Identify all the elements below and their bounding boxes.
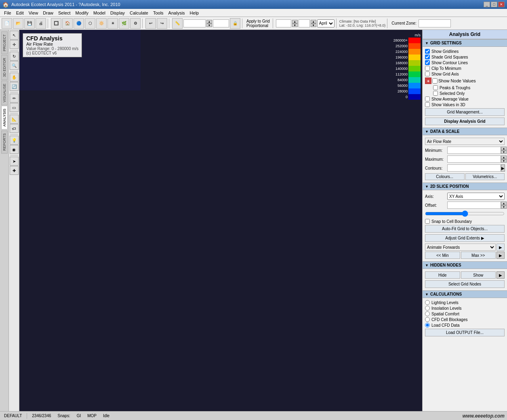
checkbox-node-values[interactable] <box>432 78 438 84</box>
toolbar-btn-6[interactable]: 🏠 <box>62 18 73 29</box>
volumetrics-button[interactable]: Volumetrics... <box>465 173 505 180</box>
menu-analysis[interactable]: Analysis <box>166 10 187 16</box>
checkbox-values-3d[interactable] <box>425 102 430 107</box>
grid-mgmt-button[interactable]: Grid Management... <box>425 108 505 116</box>
close-button[interactable]: ✕ <box>498 2 505 7</box>
min-spin-up[interactable]: ▲ <box>501 147 507 150</box>
menu-file[interactable]: File <box>2 10 14 16</box>
checkbox-show-gridlines[interactable] <box>425 49 430 54</box>
toolbar-btn-new[interactable]: 📄 <box>2 18 12 29</box>
select-grid-nodes-button[interactable]: Select Grid Nodes <box>425 280 505 288</box>
colours-button[interactable]: Colours... <box>425 173 465 180</box>
play-button[interactable]: ▶ <box>496 244 505 251</box>
toolbar-btn-lock[interactable]: 🔒 <box>230 18 240 29</box>
menu-display[interactable]: Display <box>108 10 127 16</box>
menu-help[interactable]: Help <box>187 10 202 16</box>
checkbox-clip-min[interactable] <box>425 66 430 71</box>
checkbox-shade-grid[interactable] <box>425 55 430 59</box>
contours-input[interactable]: 28000.00 <box>447 164 501 172</box>
vtool-tag[interactable]: 🏷 <box>10 124 19 133</box>
axis-select[interactable]: XY Axis XZ Axis YZ Axis <box>447 193 505 200</box>
toolbar-btn-12[interactable]: ⚙ <box>130 18 141 29</box>
radio-lighting-input[interactable] <box>425 300 430 305</box>
vtool-cross[interactable]: ✚ <box>10 166 19 175</box>
minimize-button[interactable]: _ <box>484 2 490 7</box>
maximize-button[interactable]: □ <box>491 2 497 7</box>
checkbox-selected-only[interactable] <box>433 91 438 96</box>
toolbar-period-down[interactable]: ▼ <box>311 23 316 27</box>
toolbar-btn-undo[interactable]: ↩ <box>145 18 156 29</box>
show-button[interactable]: Show <box>461 271 496 279</box>
toolbar-btn-save[interactable]: 💾 <box>24 18 35 29</box>
checkbox-contour-lines[interactable] <box>425 60 430 65</box>
menu-view[interactable]: View <box>26 10 41 16</box>
checkbox-show-axis[interactable] <box>425 71 430 76</box>
toolbar-month-select[interactable]: April <box>317 19 334 27</box>
toolbar-period-input[interactable]: 1st <box>299 19 310 27</box>
checkbox-avg-value[interactable] <box>425 97 430 101</box>
menu-tools[interactable]: Tools <box>151 10 166 16</box>
checkbox-peaks[interactable] <box>433 85 438 90</box>
vtool-rotate[interactable]: ↻ <box>10 52 19 61</box>
tab-project[interactable]: PROJECT <box>1 32 8 54</box>
vtool-rect[interactable]: ▭ <box>10 103 19 112</box>
max-spin-up[interactable]: ▲ <box>501 155 507 159</box>
tab-visualise[interactable]: VISUALISE <box>1 81 8 105</box>
max-button[interactable]: Max >> <box>461 252 496 259</box>
autofit-button[interactable]: Auto-Fit Grid to Objects... <box>425 225 505 233</box>
toolbar-btn-open[interactable]: 📂 <box>13 18 23 29</box>
offset-slider[interactable] <box>425 210 505 217</box>
toolbar-input-value1[interactable]: 100.0 <box>183 19 206 27</box>
vtool-orbit[interactable]: 🔄 <box>10 82 19 91</box>
vtool-move[interactable]: ✛ <box>10 40 19 49</box>
radio-load-cfd-input[interactable] <box>425 323 430 328</box>
vtool-light[interactable]: 💡 <box>10 136 19 145</box>
offset-spin-down[interactable]: ▼ <box>501 205 507 209</box>
checkbox-snap[interactable] <box>425 219 430 224</box>
canvas-area[interactable]: CFD Analysis Air Flow Rate Value Range: … <box>19 30 422 411</box>
offset-input[interactable]: 5800.0 <box>447 202 501 209</box>
toolbar-time-up[interactable]: ▲ <box>292 20 298 23</box>
toolbar-input-value2[interactable]: 0.50 <box>213 19 229 27</box>
toolbar-spin-down1[interactable]: ▼ <box>206 23 212 27</box>
vtool-node[interactable]: ◉ <box>10 145 19 154</box>
vtool-arrow[interactable]: ➤ <box>10 157 19 166</box>
min-input[interactable]: 0.00 <box>447 147 501 154</box>
hidden-nodes-arrow-btn[interactable]: ▶ <box>496 271 505 279</box>
menu-calculate[interactable]: Calculate <box>127 10 151 16</box>
radio-cfd-blockage-input[interactable] <box>425 317 430 322</box>
section-calculations[interactable]: ▼ CALCULATIONS <box>423 290 507 298</box>
tab-3deditor[interactable]: 3D EDITOR <box>1 55 8 80</box>
toolbar-time-input[interactable]: 12:00 <box>276 19 291 27</box>
toolbar-btn-redo[interactable]: ↪ <box>157 18 167 29</box>
vtool-draw[interactable]: ✏ <box>10 94 19 103</box>
section-grid-settings[interactable]: ▼ GRID SETTINGS <box>423 39 507 47</box>
radio-spatial-input[interactable] <box>425 311 430 316</box>
toolbar-spin-up1[interactable]: ▲ <box>206 20 212 23</box>
max-spin-down[interactable]: ▼ <box>501 159 507 163</box>
section-data-scale[interactable]: ▼ DATA & SCALE <box>423 128 507 135</box>
menu-draw[interactable]: Draw <box>40 10 56 16</box>
toolbar-btn-print[interactable]: 🖨 <box>36 18 46 29</box>
toolbar-btn-ruler[interactable]: 📏 <box>172 18 183 29</box>
section-slice[interactable]: ▼ 2D SLICE POSITION <box>423 183 507 190</box>
radio-insolation-input[interactable] <box>425 306 430 311</box>
menu-edit[interactable]: Edit <box>14 10 26 16</box>
vtool-pan[interactable]: ✋ <box>10 73 19 82</box>
toolbar-zone-input[interactable]: __8__eo00_10_ <box>419 19 451 27</box>
hide-button[interactable]: Hide <box>425 271 460 279</box>
toolbar-btn-7[interactable]: 🔵 <box>74 18 84 29</box>
section-hidden-nodes[interactable]: ▼ HIDDEN NODES <box>423 261 507 269</box>
toolbar-period-up[interactable]: ▲ <box>311 20 316 23</box>
animate-arrow-btn[interactable]: ▶ <box>496 252 505 259</box>
toolbar-btn-8[interactable]: ⬡ <box>85 18 95 29</box>
toolbar-btn-10[interactable]: ☀ <box>107 18 118 29</box>
tab-reports[interactable]: REPORTS <box>1 130 8 153</box>
animate-select[interactable]: Animate Forwards Animate Backwards Step … <box>425 244 496 251</box>
offset-spin-up[interactable]: ▲ <box>501 202 507 205</box>
vtool-select[interactable]: ↖ <box>10 31 19 40</box>
menu-model[interactable]: Model <box>91 10 108 16</box>
adjust-extents-button[interactable]: Adjust Grid Extents ▶ <box>425 234 505 242</box>
load-output-button[interactable]: Load OUTPUT File... <box>425 329 505 336</box>
menu-modify[interactable]: Modify <box>73 10 91 16</box>
